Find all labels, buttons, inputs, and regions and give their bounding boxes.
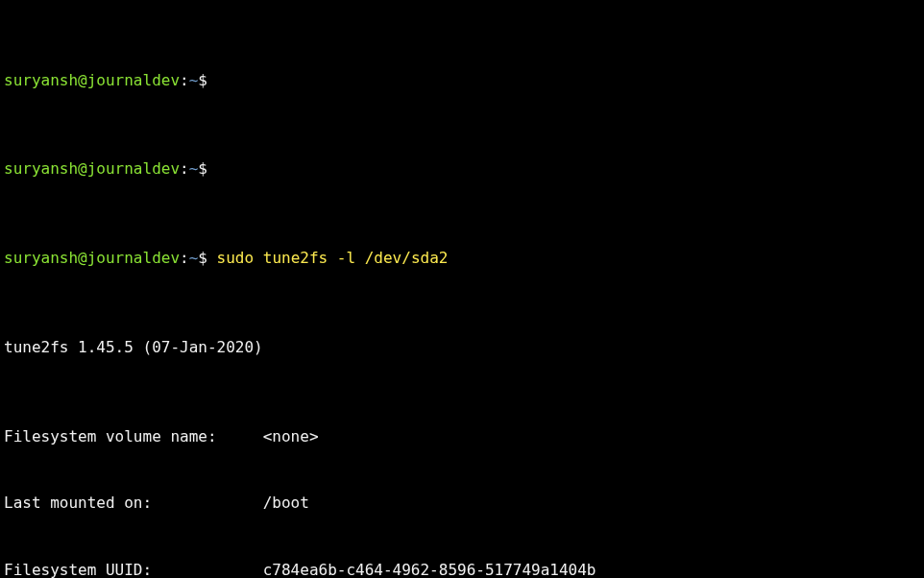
kv-value: c784ea6b-c464-4962-8596-517749a1404b bbox=[263, 561, 596, 578]
prompt-at: @ bbox=[78, 159, 87, 178]
prompt-user: suryansh bbox=[4, 71, 78, 89]
prompt-line-2: suryansh@journaldev:~$ bbox=[4, 157, 920, 180]
prompt-path: ~ bbox=[189, 71, 199, 89]
kv-label: Filesystem volume name: bbox=[4, 425, 263, 447]
prompt-host: journaldev bbox=[87, 159, 180, 178]
prompt-colon: : bbox=[180, 71, 189, 89]
kv-label: Last mounted on: bbox=[4, 492, 263, 514]
kv-value: <none> bbox=[263, 427, 319, 446]
prompt-dollar: $ bbox=[198, 159, 207, 178]
prompt-host: journaldev bbox=[87, 249, 180, 267]
prompt-path: ~ bbox=[189, 249, 199, 267]
prompt-colon: : bbox=[180, 159, 189, 178]
prompt-line-1: suryansh@journaldev:~$ bbox=[4, 69, 920, 91]
output-version-line: tune2fs 1.45.5 (07-Jan-2020) bbox=[4, 336, 920, 358]
prompt-path: ~ bbox=[189, 159, 199, 178]
prompt-user: suryansh bbox=[4, 159, 78, 178]
kv-row: Filesystem volume name:<none> bbox=[4, 425, 920, 447]
prompt-at: @ bbox=[78, 71, 87, 89]
prompt-colon: : bbox=[180, 249, 189, 267]
prompt-dollar: $ bbox=[198, 249, 207, 267]
prompt-at: @ bbox=[78, 249, 87, 267]
command-text: sudo tune2fs -l /dev/sda2 bbox=[217, 249, 449, 267]
command-line[interactable]: suryansh@journaldev:~$ sudo tune2fs -l /… bbox=[4, 247, 920, 269]
kv-row: Filesystem UUID:c784ea6b-c464-4962-8596-… bbox=[4, 559, 920, 578]
kv-row: Last mounted on:/boot bbox=[4, 492, 920, 514]
prompt-dollar: $ bbox=[198, 71, 207, 89]
prompt-user: suryansh bbox=[4, 249, 78, 267]
prompt-host: journaldev bbox=[87, 71, 180, 89]
kv-label: Filesystem UUID: bbox=[4, 559, 263, 578]
kv-value: /boot bbox=[263, 494, 309, 512]
terminal-window[interactable]: suryansh@journaldev:~$ suryansh@journald… bbox=[0, 0, 924, 578]
